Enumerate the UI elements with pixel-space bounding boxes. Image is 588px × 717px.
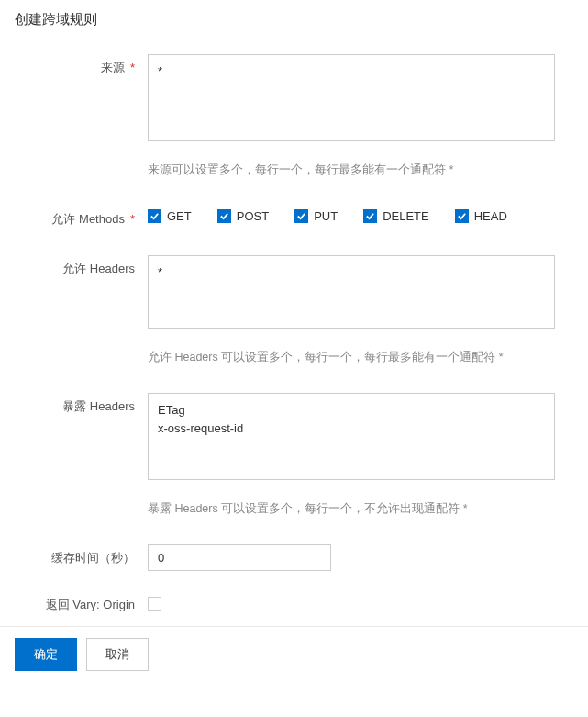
checkbox-label: HEAD bbox=[474, 209, 507, 223]
expose-headers-hint: 暴露 Headers 可以设置多个，每行一个，不允许出现通配符 * bbox=[148, 501, 555, 517]
check-icon bbox=[455, 209, 469, 223]
dialog-title: 创建跨域规则 bbox=[15, 11, 573, 28]
vary-origin-checkbox[interactable] bbox=[148, 597, 161, 611]
expose-headers-textarea[interactable] bbox=[148, 393, 555, 480]
dialog-footer: 确定 取消 bbox=[0, 626, 588, 682]
required-mark: * bbox=[130, 61, 135, 74]
label-allow-headers: 允许 Headers bbox=[15, 255, 148, 384]
checkbox-label: GET bbox=[167, 209, 192, 223]
methods-checkbox-group: GET POST PUT bbox=[148, 206, 555, 223]
checkbox-get[interactable]: GET bbox=[148, 209, 192, 223]
label-vary-origin: 返回 Vary: Origin bbox=[15, 591, 148, 613]
check-icon bbox=[294, 209, 308, 223]
check-icon bbox=[148, 209, 161, 223]
checkbox-label: POST bbox=[237, 209, 269, 223]
checkbox-label: DELETE bbox=[383, 209, 429, 223]
origin-hint: 来源可以设置多个，每行一个，每行最多能有一个通配符 * bbox=[148, 162, 555, 178]
checkbox-delete[interactable]: DELETE bbox=[363, 209, 429, 223]
required-mark: * bbox=[130, 212, 135, 226]
allow-headers-textarea[interactable] bbox=[148, 255, 555, 329]
origin-textarea[interactable] bbox=[148, 54, 555, 141]
check-icon bbox=[217, 209, 231, 223]
cache-time-input[interactable] bbox=[148, 544, 331, 571]
label-origin: 来源* bbox=[15, 54, 148, 196]
check-icon bbox=[363, 209, 377, 223]
ok-button[interactable]: 确定 bbox=[15, 638, 77, 671]
checkbox-post[interactable]: POST bbox=[217, 209, 269, 223]
cancel-button[interactable]: 取消 bbox=[86, 638, 149, 671]
allow-headers-hint: 允许 Headers 可以设置多个，每行一个，每行最多能有一个通配符 * bbox=[148, 350, 555, 365]
checkbox-head[interactable]: HEAD bbox=[455, 209, 507, 223]
label-cache-time: 缓存时间（秒） bbox=[15, 544, 148, 571]
checkbox-label: PUT bbox=[314, 209, 338, 223]
label-expose-headers: 暴露 Headers bbox=[15, 393, 148, 535]
checkbox-put[interactable]: PUT bbox=[294, 209, 338, 223]
label-methods: 允许 Methods* bbox=[15, 206, 148, 228]
